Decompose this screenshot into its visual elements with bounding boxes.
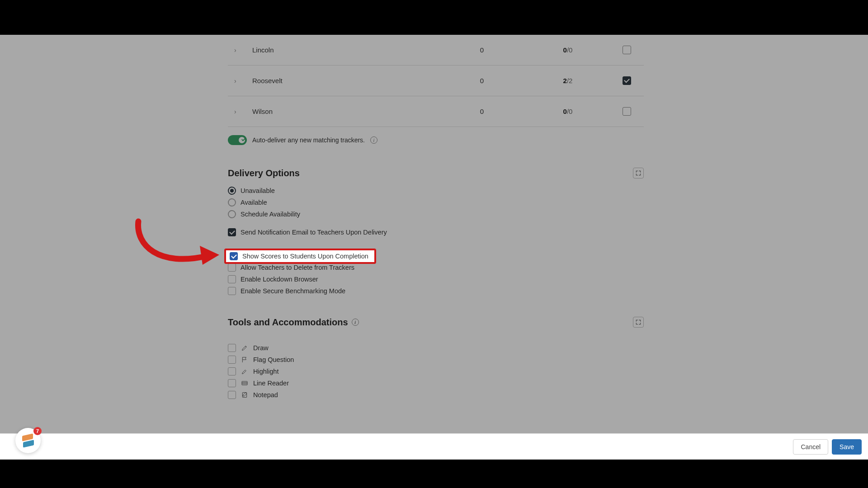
auto-deliver-row: Auto-deliver any new matching trackers. … <box>228 127 644 148</box>
tracker-progress: 0/0 <box>523 108 613 115</box>
table-row[interactable]: › Wilson 0 0/0 <box>228 96 644 127</box>
checkbox-icon <box>228 275 236 283</box>
check-secure-benchmark[interactable]: Enable Secure Benchmarking Mode <box>228 285 644 297</box>
radio-schedule[interactable]: Schedule Availability <box>228 208 644 220</box>
tracker-count: 0 <box>441 77 523 84</box>
tools-title: Tools and Accommodations i <box>228 317 359 328</box>
arrow-annotation-icon <box>131 218 226 281</box>
chevron-right-icon[interactable]: › <box>234 108 245 115</box>
tools-section-header: Tools and Accommodations i <box>228 317 644 328</box>
line-reader-icon <box>241 379 249 387</box>
footer-bar: Cancel Save <box>0 433 868 460</box>
tracker-name: Lincoln <box>252 46 441 54</box>
check-label: Send Notification Email to Teachers Upon… <box>241 229 387 236</box>
tracker-count: 0 <box>441 108 523 115</box>
svg-rect-0 <box>242 381 247 385</box>
table-row[interactable]: › Lincoln 0 0/0 <box>228 35 644 66</box>
notepad-icon <box>241 391 249 399</box>
tool-label: Notepad <box>253 391 278 399</box>
tracker-progress: 0/0 <box>523 46 613 54</box>
checkbox-icon <box>228 287 236 295</box>
check-label: Enable Lockdown Browser <box>241 276 318 283</box>
tool-label: Flag Question <box>253 356 294 363</box>
radio-icon <box>228 187 236 195</box>
tool-flag[interactable]: Flag Question <box>228 354 644 366</box>
tool-label: Draw <box>253 344 269 352</box>
tracker-checkbox-cell <box>613 107 640 116</box>
tracker-count: 0 <box>441 46 523 54</box>
help-widget[interactable]: 7 <box>15 428 41 453</box>
help-logo-icon <box>21 434 35 447</box>
check-allow-edit[interactable]: Allow Teachers to Edit Auto-scored Items <box>228 250 644 262</box>
check-label: Enable Secure Benchmarking Mode <box>241 287 345 295</box>
expand-icon[interactable] <box>633 317 644 328</box>
table-row[interactable]: › Roosevelt 0 2/2 <box>228 66 644 96</box>
chevron-right-icon[interactable]: › <box>234 47 245 54</box>
viewport: › Lincoln 0 0/0 › Roosevelt 0 2/2 › Wils… <box>0 35 868 460</box>
tool-highlight[interactable]: Highlight <box>228 366 644 377</box>
tracker-name: Roosevelt <box>252 77 441 84</box>
radio-label: Unavailable <box>241 187 275 194</box>
draw-icon <box>241 344 249 352</box>
tracker-progress: 2/2 <box>523 77 613 84</box>
tool-notepad[interactable]: Notepad <box>228 389 644 401</box>
tool-draw[interactable]: Draw <box>228 342 644 354</box>
save-button[interactable]: Save <box>832 439 862 455</box>
check-allow-delete[interactable]: Allow Teachers to Delete from Trackers <box>228 262 644 273</box>
checkbox-icon <box>228 391 236 399</box>
checkbox-icon <box>228 367 236 375</box>
auto-deliver-toggle[interactable] <box>228 135 247 145</box>
checkbox-icon <box>228 379 236 387</box>
delivery-title: Delivery Options <box>228 168 300 178</box>
info-icon[interactable]: i <box>352 319 359 326</box>
auto-deliver-label: Auto-deliver any new matching trackers. <box>252 136 365 144</box>
flag-icon <box>241 356 249 364</box>
tracker-checkbox[interactable] <box>623 46 631 54</box>
radio-icon <box>228 210 236 218</box>
main-content: › Lincoln 0 0/0 › Roosevelt 0 2/2 › Wils… <box>228 35 644 401</box>
notification-badge: 7 <box>33 427 42 435</box>
chevron-right-icon[interactable]: › <box>234 77 245 84</box>
info-icon[interactable]: i <box>370 136 377 144</box>
radio-available[interactable]: Available <box>228 197 644 208</box>
tracker-checkbox[interactable] <box>623 107 631 116</box>
check-label: Allow Teachers to Delete from Trackers <box>241 264 354 271</box>
checkbox-icon <box>228 228 236 236</box>
checkbox-icon <box>228 344 236 352</box>
letterbox-bottom <box>0 460 868 488</box>
delivery-section-header: Delivery Options <box>228 168 644 178</box>
radio-icon <box>228 198 236 206</box>
highlight-icon <box>241 367 249 375</box>
tracker-checkbox-cell <box>613 46 640 54</box>
cancel-button[interactable]: Cancel <box>793 439 828 455</box>
check-label: Allow Teachers to Edit Auto-scored Items <box>241 252 359 259</box>
tracker-name: Wilson <box>252 108 441 115</box>
tool-label: Highlight <box>253 368 278 375</box>
radio-label: Schedule Availability <box>241 211 300 218</box>
tool-label: Line Reader <box>253 380 289 387</box>
tracker-checkbox-cell <box>613 76 640 85</box>
letterbox-top <box>0 0 868 35</box>
tool-line-reader[interactable]: Line Reader <box>228 377 644 389</box>
tracker-checkbox[interactable] <box>623 76 631 85</box>
check-send-notification[interactable]: Send Notification Email to Teachers Upon… <box>228 226 644 238</box>
checkbox-icon <box>228 263 236 272</box>
delivery-checks: Send Notification Email to Teachers Upon… <box>228 226 644 297</box>
radio-unavailable[interactable]: Unavailable <box>228 185 644 197</box>
radio-label: Available <box>241 199 267 206</box>
checkbox-icon <box>228 252 236 260</box>
expand-icon[interactable] <box>633 168 644 178</box>
check-lockdown[interactable]: Enable Lockdown Browser <box>228 273 644 285</box>
checkbox-icon <box>228 356 236 364</box>
